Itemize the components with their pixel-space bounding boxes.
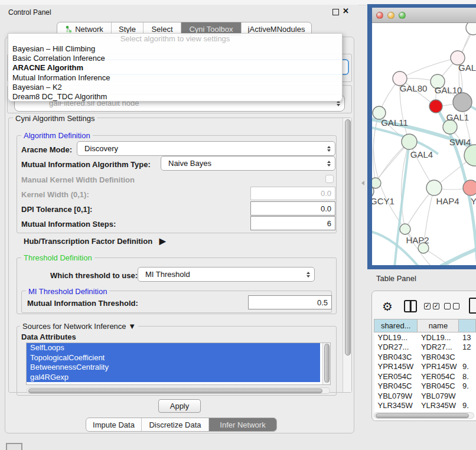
dropdown-item[interactable]: Mutual Information Inference bbox=[8, 73, 342, 83]
kernel-width-label: Kernel Width (0,1): bbox=[21, 190, 89, 199]
table-cell[interactable]: YDR27... bbox=[418, 343, 459, 353]
node-attribute-table[interactable]: shared...name YDL19...YDL19...13YDR27...… bbox=[374, 319, 476, 420]
table-cell[interactable]: YLR345W bbox=[374, 401, 418, 411]
table-cell[interactable]: YPR145W bbox=[374, 362, 418, 372]
table-cell[interactable]: YBL079W bbox=[374, 391, 418, 401]
mi-type-value: Naive Bayes bbox=[168, 159, 211, 168]
data-attributes-list[interactable]: SelfLoopsTopologicalCoefficientBetweenne… bbox=[26, 343, 331, 385]
table-row[interactable]: YDR27...YDR27...12 bbox=[374, 343, 476, 353]
sources-group-title[interactable]: Sources for Network Inference ▼ bbox=[20, 322, 138, 331]
dropdown-item[interactable]: Basic Correlation Inference bbox=[8, 54, 342, 63]
network-node[interactable] bbox=[400, 224, 410, 234]
network-node[interactable] bbox=[372, 178, 381, 188]
table-cell[interactable]: 8. bbox=[459, 371, 476, 381]
minimized-panel-icon[interactable] bbox=[6, 443, 22, 450]
mi-steps-input[interactable]: 6 bbox=[250, 216, 335, 230]
mac-zoom-icon[interactable] bbox=[399, 12, 406, 19]
network-node-label: SWI4 bbox=[449, 137, 471, 147]
table-cell[interactable] bbox=[459, 352, 476, 362]
attr-list-scrollbar[interactable] bbox=[322, 343, 330, 384]
attribute-list-item[interactable]: TopologicalCoefficient bbox=[27, 353, 320, 363]
tab-infer-network[interactable]: Infer Network bbox=[209, 418, 276, 431]
attr-list-hscrollbar-thumb[interactable] bbox=[28, 389, 322, 393]
tab-discretize-data[interactable]: Discretize Data bbox=[142, 418, 209, 431]
manual-kernel-checkbox[interactable] bbox=[325, 175, 334, 183]
apply-button[interactable]: Apply bbox=[158, 399, 201, 413]
network-node[interactable] bbox=[453, 93, 472, 112]
dropdown-item[interactable]: Bayesian – Hill Climbing bbox=[8, 44, 342, 54]
table-cell[interactable]: YBR043C bbox=[418, 352, 459, 362]
aracne-mode-combobox[interactable]: Discovery bbox=[77, 141, 335, 156]
settings-scrollbar-thumb[interactable] bbox=[345, 119, 351, 356]
table-row[interactable]: YPR145WYPR145W9. bbox=[374, 362, 476, 372]
network-node[interactable] bbox=[426, 180, 442, 195]
mi-type-combobox[interactable]: Naive Bayes bbox=[161, 156, 335, 171]
network-node[interactable] bbox=[463, 180, 476, 195]
gear-icon[interactable]: ⚙ bbox=[382, 299, 393, 314]
table-cell[interactable]: YDR27... bbox=[374, 343, 418, 353]
attr-list-scrollbar-thumb[interactable] bbox=[324, 344, 330, 383]
table-row[interactable]: YDL19...YDL19...13 bbox=[374, 332, 476, 343]
table-cell[interactable]: YER054C bbox=[374, 371, 418, 381]
table-column-header[interactable]: name bbox=[418, 319, 459, 332]
table-cell[interactable]: YBR043C bbox=[374, 352, 418, 362]
table-column-header[interactable] bbox=[459, 319, 476, 332]
table-cell[interactable]: YPR145W bbox=[418, 362, 459, 372]
table-cell[interactable]: 9. bbox=[459, 381, 476, 392]
close-icon[interactable]: ✕ bbox=[343, 6, 349, 15]
table-row[interactable]: YBR043CYBR043C bbox=[374, 352, 476, 362]
page-icon[interactable] bbox=[469, 298, 476, 314]
dropdown-item[interactable]: Dream8 DC_TDC Algorithm bbox=[8, 92, 342, 102]
network-node[interactable] bbox=[464, 145, 476, 166]
table-cell[interactable]: YBR045C bbox=[418, 381, 459, 392]
attr-list-hscrollbar[interactable] bbox=[27, 387, 330, 394]
dpi-tolerance-input[interactable]: 0.0 bbox=[250, 201, 335, 216]
which-threshold-combobox[interactable]: MI Threshold bbox=[138, 267, 315, 282]
table-cell[interactable]: YBL079W bbox=[418, 391, 459, 401]
kernel-width-input[interactable]: 0.0 bbox=[250, 187, 335, 200]
network-window-titlebar[interactable] bbox=[372, 8, 476, 23]
table-column-header[interactable]: shared... bbox=[374, 319, 418, 332]
table-cell[interactable]: YDL19... bbox=[374, 332, 418, 343]
tab-discretize-data-label: Discretize Data bbox=[149, 420, 201, 429]
table-row[interactable]: YLR345WYLR345W9. bbox=[374, 401, 476, 411]
hub-definition-toggle[interactable]: Hub/Transcription Factor Definition ▶ bbox=[24, 236, 166, 246]
mi-threshold-input[interactable]: 0.5 bbox=[248, 295, 332, 309]
attribute-list-item[interactable]: gal4RGexp bbox=[27, 373, 320, 383]
table-cell[interactable]: 13 bbox=[459, 332, 476, 343]
attribute-list-item[interactable]: SelfLoops bbox=[27, 343, 320, 353]
mac-close-icon[interactable] bbox=[376, 12, 383, 19]
table-hscrollbar[interactable] bbox=[374, 412, 474, 419]
dropdown-item[interactable]: ARACNE Algorithm bbox=[8, 63, 342, 73]
table-cell[interactable]: 12 bbox=[459, 343, 476, 353]
table-cell[interactable]: 9. bbox=[459, 401, 476, 411]
table-header-row[interactable]: shared...name bbox=[374, 319, 476, 332]
table-cell[interactable] bbox=[459, 391, 476, 401]
table-row[interactable]: YER054CYER054C8. bbox=[374, 371, 476, 381]
table-row[interactable]: YBL079WYBL079W bbox=[374, 391, 476, 401]
table-hscrollbar-thumb[interactable] bbox=[376, 413, 469, 418]
table-cell[interactable]: 9. bbox=[459, 362, 476, 372]
network-canvas[interactable]: GAL7GAL80GAL10GAL1GAL11SWI4GAL4GCY1HAP4Y… bbox=[372, 23, 476, 265]
tab-impute-data[interactable]: Impute Data bbox=[86, 418, 142, 431]
settings-scrollbar[interactable] bbox=[343, 118, 351, 392]
split-columns-icon[interactable] bbox=[404, 300, 417, 312]
network-graph[interactable]: GAL7GAL80GAL10GAL1GAL11SWI4GAL4GCY1HAP4Y… bbox=[372, 23, 476, 265]
network-node[interactable] bbox=[466, 23, 476, 35]
float-window-icon[interactable] bbox=[332, 9, 339, 15]
unchecked-pair-icon[interactable] bbox=[444, 303, 459, 309]
network-node[interactable] bbox=[429, 100, 442, 113]
screen: { "control_panel": { "title": "Control P… bbox=[0, 0, 476, 450]
table-cell[interactable]: YBR045C bbox=[374, 381, 418, 392]
table-cell[interactable]: YLR345W bbox=[418, 401, 459, 411]
network-node[interactable] bbox=[402, 134, 417, 149]
attribute-list-item[interactable]: BetweennessCentrality bbox=[27, 363, 320, 373]
table-row[interactable]: YBR045CYBR045C9. bbox=[374, 381, 476, 392]
mac-minimize-icon[interactable] bbox=[387, 12, 395, 19]
network-node-label: GAL4 bbox=[410, 149, 433, 159]
checked-pair-icon[interactable]: ✓✓ bbox=[424, 303, 439, 309]
table-cell[interactable]: YER054C bbox=[418, 371, 459, 381]
table-cell[interactable]: YDL19... bbox=[418, 332, 459, 343]
dropdown-item[interactable]: Bayesian – K2 bbox=[8, 83, 342, 92]
splitter-arrow-icon[interactable] bbox=[361, 181, 364, 185]
